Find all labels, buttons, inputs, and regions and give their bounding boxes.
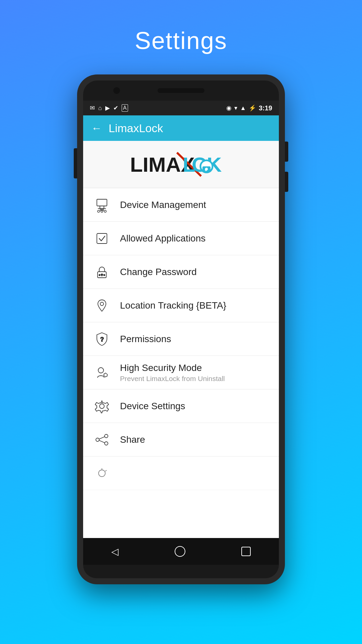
tasks-icon: ✔ [113, 104, 118, 112]
change-password-label: Change Password [120, 267, 197, 277]
phone-shell: ✉ ⌂ ▶ ✔ A ◉ ▾ ▲ ⚡ 3:19 ← LimaxLock LIMA [77, 74, 285, 584]
phone-top-bar [83, 80, 279, 101]
status-bar: ✉ ⌂ ▶ ✔ A ◉ ▾ ▲ ⚡ 3:19 [83, 101, 279, 115]
change-password-text: Change Password [120, 267, 197, 277]
location-tracking-icon [93, 297, 111, 314]
app-logo: LIMAX CK L 6 [127, 151, 235, 178]
location-tracking-label: Location Tracking {BETA} [120, 300, 226, 311]
app-bar: ← LimaxLock [83, 115, 279, 141]
svg-line-37 [99, 437, 105, 439]
lock-icon [93, 263, 111, 281]
menu-item-partial[interactable] [83, 457, 279, 490]
svg-point-35 [96, 438, 99, 441]
svg-point-19 [101, 274, 103, 275]
svg-point-14 [101, 210, 103, 212]
high-security-label: High Security Mode [120, 363, 225, 373]
translate-icon: A [122, 104, 128, 112]
phone-bottom-bar [83, 565, 279, 578]
svg-point-34 [105, 434, 108, 438]
svg-line-32 [107, 376, 108, 377]
share-label: Share [120, 434, 145, 445]
device-management-text: Device Management [120, 200, 206, 210]
svg-point-16 [104, 210, 106, 212]
svg-point-15 [98, 210, 100, 212]
recents-nav-button[interactable] [241, 547, 251, 556]
allowed-applications-label: Allowed Applications [120, 233, 205, 244]
svg-point-36 [105, 442, 108, 445]
bottom-navigation: ◁ [83, 538, 279, 565]
menu-item-allowed-applications[interactable]: Allowed Applications [83, 222, 279, 255]
app-bar-title: LimaxLock [109, 122, 163, 135]
svg-rect-17 [97, 233, 107, 244]
partial-icon [93, 465, 111, 482]
shield-question-icon: ? [93, 330, 111, 348]
security-mode-icon [93, 364, 111, 381]
svg-text:6: 6 [205, 167, 207, 172]
power-button [285, 142, 288, 162]
volume-button [74, 148, 77, 178]
status-bar-left: ✉ ⌂ ▶ ✔ A [90, 104, 128, 112]
location-status-icon: ◉ [226, 104, 232, 112]
permissions-label: Permissions [120, 334, 171, 344]
signal-status-icon: ▲ [240, 105, 246, 112]
svg-rect-8 [97, 199, 107, 206]
svg-line-31 [104, 373, 105, 374]
svg-rect-9 [100, 206, 104, 209]
permissions-text: Permissions [120, 334, 171, 344]
status-time: 3:19 [259, 104, 272, 112]
svg-line-41 [105, 470, 107, 471]
high-security-sublabel: Prevent LimaxLock from Uninstall [120, 375, 225, 383]
back-nav-button[interactable]: ◁ [111, 546, 119, 557]
svg-text:L: L [183, 153, 195, 176]
home-nav-button[interactable] [175, 546, 185, 557]
menu-item-device-settings[interactable]: Device Settings [83, 389, 279, 423]
menu-item-permissions[interactable]: ? Permissions [83, 322, 279, 356]
battery-status-icon: ⚡ [249, 104, 256, 112]
phone-speaker [158, 88, 204, 93]
svg-point-23 [100, 302, 104, 306]
menu-list: Device Management Allowed Applications [83, 188, 279, 538]
svg-line-38 [99, 440, 105, 443]
svg-point-39 [99, 470, 105, 477]
svg-point-22 [104, 274, 105, 276]
svg-text:?: ? [100, 336, 104, 343]
status-bar-right: ◉ ▾ ▲ ⚡ 3:19 [226, 104, 272, 112]
svg-point-33 [100, 404, 104, 409]
menu-item-location-tracking[interactable]: Location Tracking {BETA} [83, 289, 279, 322]
menu-item-share[interactable]: Share [83, 423, 279, 457]
menu-item-device-management[interactable]: Device Management [83, 188, 279, 222]
device-settings-text: Device Settings [120, 401, 185, 412]
location-tracking-text: Location Tracking {BETA} [120, 300, 226, 311]
logo-area: LIMAX CK L 6 [83, 141, 279, 188]
phone-screen: ✉ ⌂ ▶ ✔ A ◉ ▾ ▲ ⚡ 3:19 ← LimaxLock LIMA [83, 101, 279, 565]
menu-item-change-password[interactable]: Change Password [83, 255, 279, 289]
back-button[interactable]: ← [91, 122, 102, 135]
device-management-icon [93, 196, 111, 214]
device-settings-label: Device Settings [120, 401, 185, 412]
settings-gear-icon [93, 397, 111, 415]
allowed-applications-text: Allowed Applications [120, 233, 205, 244]
svg-point-25 [98, 368, 104, 373]
checkbox-icon [93, 230, 111, 247]
high-security-text: High Security Mode Prevent LimaxLock fro… [120, 363, 225, 383]
page-title: Settings [135, 27, 227, 54]
youtube-icon: ▶ [105, 104, 110, 112]
wifi-status-icon: ▾ [234, 104, 237, 112]
home-icon: ⌂ [98, 105, 102, 112]
phone-camera [113, 87, 120, 94]
gmail-icon: ✉ [90, 104, 95, 112]
volume-down-button [285, 172, 288, 192]
share-icon [93, 431, 111, 448]
share-text: Share [120, 434, 145, 445]
menu-item-high-security[interactable]: High Security Mode Prevent LimaxLock fro… [83, 356, 279, 389]
svg-point-21 [99, 274, 100, 276]
device-management-label: Device Management [120, 200, 206, 210]
